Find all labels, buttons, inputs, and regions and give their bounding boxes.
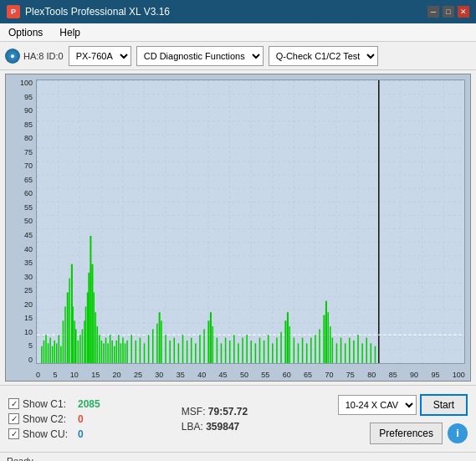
svg-rect-81 [251, 341, 253, 363]
y-label-95: 95 [24, 94, 33, 101]
svg-rect-27 [82, 329, 84, 363]
svg-rect-46 [118, 335, 120, 363]
svg-rect-13 [54, 341, 55, 363]
y-label-20: 20 [24, 301, 33, 309]
maximize-button[interactable]: □ [443, 6, 454, 18]
y-label-15: 15 [24, 315, 33, 322]
preferences-button[interactable]: Preferences [370, 423, 443, 444]
svg-rect-88 [280, 332, 282, 363]
svg-rect-57 [156, 324, 158, 363]
device-select[interactable]: PX-760A [69, 46, 131, 66]
cu-row: Show CU: 0 [8, 428, 165, 440]
svg-rect-111 [366, 338, 367, 363]
title-bar: P PlexTools Professional XL V3.16 ─ □ ✕ [0, 0, 476, 23]
x-label-30: 30 [155, 371, 163, 379]
svg-rect-83 [259, 338, 261, 363]
svg-rect-52 [136, 341, 137, 363]
svg-rect-109 [357, 335, 359, 363]
svg-rect-71 [210, 312, 212, 363]
test-select[interactable]: Q-Check C1/C2 Test [269, 46, 378, 66]
svg-rect-60 [165, 335, 166, 363]
x-label-0: 0 [36, 371, 40, 379]
x-label-100: 100 [453, 371, 465, 379]
svg-rect-10 [48, 343, 49, 363]
x-label-75: 75 [346, 371, 355, 379]
svg-rect-78 [238, 343, 239, 363]
chart-container: 100 95 90 85 80 75 70 65 60 55 50 45 40 … [5, 74, 471, 382]
menu-options[interactable]: Options [5, 26, 46, 39]
toolbar: ● HA:8 ID:0 PX-760A CD Diagnostic Functi… [0, 42, 476, 70]
title-bar-title: PlexTools Professional XL V3.16 [25, 6, 170, 18]
x-axis-labels: 0 5 10 15 20 25 30 35 40 45 50 55 60 65 … [36, 371, 465, 379]
svg-rect-63 [178, 343, 180, 363]
device-label: HA:8 ID:0 [23, 51, 64, 61]
chart-svg [37, 80, 464, 363]
info-button[interactable]: i [448, 423, 468, 443]
x-label-95: 95 [431, 371, 439, 379]
svg-rect-89 [284, 320, 286, 363]
x-label-45: 45 [219, 371, 228, 379]
c1-row: Show C1: 2085 [8, 398, 165, 410]
svg-rect-31 [88, 273, 90, 363]
cu-checkbox-wrapper[interactable]: Show CU: [8, 428, 73, 440]
svg-rect-9 [45, 335, 47, 363]
c2-checkbox-wrapper[interactable]: Show C2: [8, 413, 73, 425]
svg-rect-79 [242, 338, 243, 363]
svg-rect-90 [287, 312, 289, 363]
show-c1-checkbox[interactable] [8, 398, 19, 409]
svg-rect-32 [90, 236, 91, 363]
svg-rect-50 [126, 341, 128, 363]
msf-value: 79:57.72 [208, 406, 248, 417]
svg-rect-65 [187, 341, 188, 363]
y-label-60: 60 [24, 190, 33, 197]
y-label-25: 25 [24, 287, 33, 295]
function-select[interactable]: CD Diagnostic Functions [136, 46, 264, 66]
show-cu-checkbox[interactable] [8, 428, 19, 439]
svg-rect-55 [148, 335, 150, 363]
c1-label: Show C1: [23, 398, 73, 410]
svg-rect-33 [91, 264, 93, 363]
y-label-35: 35 [24, 259, 33, 267]
c1-checkbox-wrapper[interactable]: Show C1: [8, 398, 73, 410]
svg-rect-43 [111, 341, 113, 363]
svg-rect-58 [159, 312, 161, 363]
svg-rect-85 [268, 335, 269, 363]
svg-rect-82 [255, 343, 257, 363]
svg-rect-76 [229, 341, 231, 363]
svg-rect-54 [144, 343, 146, 363]
x-label-20: 20 [113, 371, 121, 379]
minimize-button[interactable]: ─ [427, 6, 439, 18]
menu-help[interactable]: Help [56, 26, 84, 39]
lba-row: LBA: 359847 [182, 421, 338, 433]
svg-rect-40 [105, 338, 107, 363]
svg-rect-110 [361, 343, 363, 363]
svg-rect-103 [332, 338, 334, 363]
speed-select[interactable]: 10-24 X CAV 4-8 X CAV 4-16 X CAV 4-32 X … [338, 395, 417, 415]
x-label-35: 35 [177, 371, 185, 379]
cu-value: 0 [78, 428, 84, 440]
svg-rect-73 [217, 338, 218, 363]
x-label-65: 65 [304, 371, 312, 379]
svg-rect-104 [336, 343, 338, 363]
y-label-85: 85 [24, 121, 33, 129]
svg-rect-17 [63, 320, 64, 363]
svg-rect-101 [327, 312, 329, 363]
start-button[interactable]: Start [420, 394, 468, 416]
close-button[interactable]: ✕ [458, 6, 469, 18]
svg-rect-20 [69, 279, 70, 363]
svg-rect-67 [195, 343, 197, 363]
speed-row: 10-24 X CAV 4-8 X CAV 4-16 X CAV 4-32 X … [338, 394, 468, 416]
y-axis-labels: 100 95 90 85 80 75 70 65 60 55 50 45 40 … [8, 79, 36, 364]
c2-value: 0 [78, 413, 84, 425]
svg-rect-23 [74, 320, 75, 363]
svg-rect-105 [340, 338, 342, 363]
svg-rect-62 [174, 338, 176, 363]
show-c2-checkbox[interactable] [8, 413, 19, 424]
svg-rect-36 [97, 326, 99, 363]
status-bar: Ready [0, 452, 476, 461]
svg-rect-75 [225, 338, 227, 363]
svg-rect-68 [199, 335, 201, 363]
svg-rect-38 [101, 341, 103, 363]
x-label-85: 85 [389, 371, 397, 379]
x-label-10: 10 [70, 371, 79, 379]
